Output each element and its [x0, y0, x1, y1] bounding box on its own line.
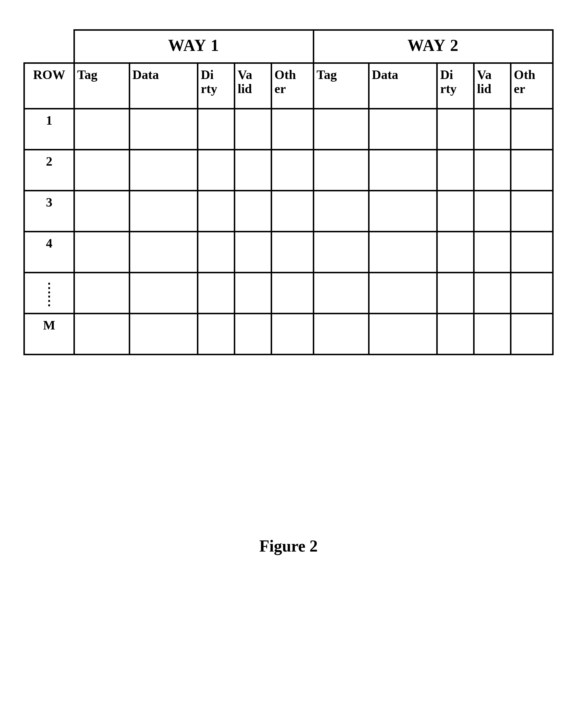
cell — [474, 150, 511, 190]
row-label-3: 3 — [24, 190, 74, 231]
cell — [437, 190, 474, 231]
row-label-ellipsis: ⋮⋮ — [24, 272, 74, 313]
cell — [271, 231, 314, 272]
cell — [129, 272, 198, 313]
way2-other-header: Other — [511, 63, 553, 109]
cell — [198, 231, 235, 272]
way2-tag-header: Tag — [313, 63, 369, 109]
cell — [129, 231, 198, 272]
figure-caption: Figure 2 — [23, 537, 554, 555]
cell — [474, 190, 511, 231]
cell — [369, 190, 437, 231]
cell — [74, 313, 129, 354]
cell — [511, 108, 553, 150]
cell — [369, 108, 437, 150]
table-row: M — [24, 313, 553, 354]
way1-data-header: Data — [129, 63, 198, 109]
cell — [235, 150, 271, 190]
cell — [74, 231, 129, 272]
row-label-m: M — [24, 313, 74, 354]
way2-valid-header: Valid — [474, 63, 511, 109]
cell — [437, 272, 474, 313]
cell — [313, 108, 369, 150]
cell — [369, 313, 437, 354]
cache-table: WAY 1 WAY 2 ROW Tag Data Dirty Valid Oth… — [23, 29, 554, 355]
cell — [198, 150, 235, 190]
table-row: 2 — [24, 150, 553, 190]
cell — [313, 190, 369, 231]
cell — [74, 190, 129, 231]
cell — [369, 150, 437, 190]
cell — [198, 313, 235, 354]
cell — [235, 313, 271, 354]
cell — [474, 313, 511, 354]
cell — [271, 150, 314, 190]
cell — [313, 313, 369, 354]
cell — [271, 272, 314, 313]
way2-header: WAY 2 — [313, 30, 553, 63]
cell — [437, 231, 474, 272]
cell — [511, 190, 553, 231]
cell — [74, 150, 129, 190]
cell — [511, 150, 553, 190]
cell — [313, 272, 369, 313]
corner-blank — [24, 30, 74, 63]
cell — [511, 272, 553, 313]
cell — [198, 108, 235, 150]
cell — [511, 313, 553, 354]
table-row: 4 — [24, 231, 553, 272]
way1-valid-header: Valid — [235, 63, 271, 109]
row-label-4: 4 — [24, 231, 74, 272]
cell — [313, 231, 369, 272]
cell — [369, 272, 437, 313]
cell — [235, 231, 271, 272]
cell — [474, 108, 511, 150]
way1-dirty-header: Dirty — [198, 63, 235, 109]
row-column-header: ROW — [24, 63, 74, 109]
cell — [437, 313, 474, 354]
row-label-1: 1 — [24, 108, 74, 150]
cell — [437, 108, 474, 150]
way-header-row: WAY 1 WAY 2 — [24, 30, 553, 63]
cell — [271, 313, 314, 354]
cell — [129, 150, 198, 190]
cell — [369, 231, 437, 272]
way1-other-header: Other — [271, 63, 314, 109]
table-row: 3 — [24, 190, 553, 231]
cell — [129, 108, 198, 150]
table-row-ellipsis: ⋮⋮ — [24, 272, 553, 313]
way2-dirty-header: Dirty — [437, 63, 474, 109]
row-label-2: 2 — [24, 150, 74, 190]
cell — [129, 313, 198, 354]
cell — [271, 190, 314, 231]
cell — [74, 108, 129, 150]
cell — [235, 108, 271, 150]
cell — [235, 272, 271, 313]
cell — [129, 190, 198, 231]
cell — [74, 272, 129, 313]
cell — [235, 190, 271, 231]
cell — [474, 272, 511, 313]
way1-header: WAY 1 — [74, 30, 313, 63]
cell — [437, 150, 474, 190]
table-row: 1 — [24, 108, 553, 150]
cell — [474, 231, 511, 272]
cell — [271, 108, 314, 150]
way1-tag-header: Tag — [74, 63, 129, 109]
cell — [313, 150, 369, 190]
way2-data-header: Data — [369, 63, 437, 109]
cell — [198, 190, 235, 231]
column-header-row: ROW Tag Data Dirty Valid Other Tag Data … — [24, 63, 553, 109]
cell — [198, 272, 235, 313]
cell — [511, 231, 553, 272]
